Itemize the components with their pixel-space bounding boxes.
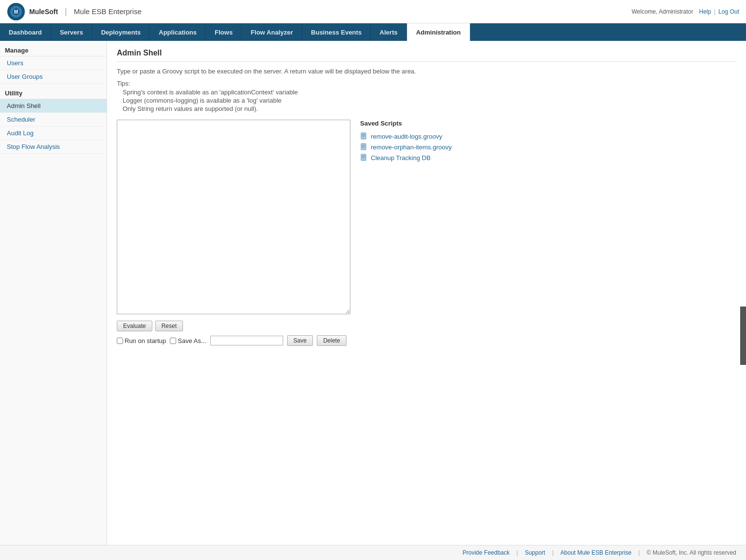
svg-rect-5 xyxy=(362,134,365,135)
logo-divider: | xyxy=(65,6,67,17)
action-row: Evaluate Reset xyxy=(117,321,736,331)
separator2: | xyxy=(714,8,715,15)
saved-scripts-title: Saved Scripts xyxy=(360,120,736,127)
footer-sep1: | xyxy=(516,549,518,556)
save-button[interactable]: Save xyxy=(287,335,313,346)
sidebar-item-scheduler[interactable]: Scheduler xyxy=(0,113,107,126)
mulesoft-logo: M xyxy=(7,2,25,21)
main-layout: Manage Users User Groups Utility Admin S… xyxy=(0,41,746,545)
script-file-icon-2 xyxy=(360,143,368,151)
copyright-text: © MuleSoft, Inc. All rights reserved xyxy=(647,549,736,556)
nav-servers[interactable]: Servers xyxy=(51,23,92,41)
welcome-text: Welcome, Administrator xyxy=(632,8,693,15)
sidebar-item-user-groups[interactable]: User Groups xyxy=(0,70,107,84)
content-area: Admin Shell Type or paste a Groovy scrip… xyxy=(107,41,746,545)
nav-business-events[interactable]: Business Events xyxy=(302,23,371,41)
svg-rect-8 xyxy=(361,144,366,150)
run-on-startup-label[interactable]: Run on startup xyxy=(117,337,166,344)
script-editor xyxy=(117,120,350,316)
nav-flows[interactable]: Flows xyxy=(206,23,242,41)
svg-text:M: M xyxy=(14,9,18,15)
tip-3: Only String return values are supported … xyxy=(123,105,736,113)
sidebar: Manage Users User Groups Utility Admin S… xyxy=(0,41,107,545)
support-link[interactable]: Support xyxy=(525,549,545,556)
page-title: Admin Shell xyxy=(117,49,736,62)
sidebar-utility-header: Utility xyxy=(0,86,107,99)
nav-deployments[interactable]: Deployments xyxy=(92,23,150,41)
saved-scripts-panel: Saved Scripts remove-audit-logs.groovy r… xyxy=(360,120,736,316)
nav-flow-analyzer[interactable]: Flow Analyzer xyxy=(242,23,302,41)
svg-rect-12 xyxy=(361,154,366,161)
nav-dashboard[interactable]: Dashboard xyxy=(0,23,51,41)
nav-administration[interactable]: Administration xyxy=(407,23,470,41)
save-as-label[interactable]: Save As... xyxy=(170,337,206,344)
tip-2: Logger (commons-logging) is available as… xyxy=(123,96,736,105)
footer: Provide Feedback | Support | About Mule … xyxy=(0,545,746,560)
script-label-3: Cleanup Tracking DB xyxy=(371,154,431,162)
nav-bar: Dashboard Servers Deployments Applicatio… xyxy=(0,23,746,41)
top-bar: M MuleSoft | Mule ESB Enterprise Welcome… xyxy=(0,0,746,23)
svg-rect-7 xyxy=(362,136,364,137)
sidebar-item-audit-log[interactable]: Audit Log xyxy=(0,126,107,140)
reset-button[interactable]: Reset xyxy=(155,321,183,331)
svg-rect-11 xyxy=(362,147,364,147)
save-as-input[interactable] xyxy=(210,336,283,345)
options-row: Run on startup Save As... Save Delete xyxy=(117,335,736,346)
sidebar-item-stop-flow-analysis[interactable]: Stop Flow Analysis xyxy=(0,140,107,154)
logout-link[interactable]: Log Out xyxy=(718,8,739,15)
provide-feedback-link[interactable]: Provide Feedback xyxy=(463,549,510,556)
script-label-1: remove-audit-logs.groovy xyxy=(371,133,442,140)
run-on-startup-text: Run on startup xyxy=(125,337,166,344)
svg-rect-4 xyxy=(361,133,366,139)
sidebar-item-users[interactable]: Users xyxy=(0,56,107,70)
script-textarea[interactable] xyxy=(117,120,350,314)
saved-script-remove-audit-logs[interactable]: remove-audit-logs.groovy xyxy=(360,131,736,142)
svg-rect-14 xyxy=(362,157,365,157)
intro-text: Type or paste a Groovy script to be exec… xyxy=(117,68,736,75)
tips-label: Tips: xyxy=(117,80,130,87)
svg-rect-9 xyxy=(362,145,365,145)
product-name: Mule ESB Enterprise xyxy=(74,7,142,16)
top-right: Welcome, Administrator Help | Log Out xyxy=(632,8,739,15)
script-file-icon xyxy=(360,132,368,140)
tips-list: Spring's context is available as an 'app… xyxy=(117,88,736,113)
saved-script-remove-orphan-items[interactable]: remove-orphan-items.groovy xyxy=(360,142,736,152)
delete-button[interactable]: Delete xyxy=(317,335,346,346)
tips-section: Tips: Spring's context is available as a… xyxy=(117,80,736,113)
script-file-icon-3 xyxy=(360,154,368,162)
about-link[interactable]: About Mule ESB Enterprise xyxy=(561,549,632,556)
run-on-startup-checkbox[interactable] xyxy=(117,338,123,344)
svg-rect-15 xyxy=(362,158,364,158)
svg-rect-13 xyxy=(362,156,365,156)
sidebar-item-admin-shell[interactable]: Admin Shell xyxy=(0,99,107,113)
svg-rect-10 xyxy=(362,146,365,146)
scrollbar[interactable] xyxy=(740,307,746,365)
save-as-checkbox[interactable] xyxy=(170,338,176,344)
logo-area: M MuleSoft | Mule ESB Enterprise xyxy=(7,2,142,21)
brand-name: MuleSoft xyxy=(29,8,58,16)
save-as-text: Save As... xyxy=(178,337,206,344)
saved-script-cleanup-tracking-db[interactable]: Cleanup Tracking DB xyxy=(360,152,736,163)
nav-alerts[interactable]: Alerts xyxy=(371,23,407,41)
sidebar-manage-header: Manage xyxy=(0,43,107,56)
script-label-2: remove-orphan-items.groovy xyxy=(371,144,452,151)
help-link[interactable]: Help xyxy=(699,8,711,15)
nav-applications[interactable]: Applications xyxy=(150,23,206,41)
evaluate-button[interactable]: Evaluate xyxy=(117,321,152,331)
footer-sep3: | xyxy=(638,549,640,556)
footer-sep2: | xyxy=(552,549,553,556)
tip-1: Spring's context is available as an 'app… xyxy=(123,88,736,96)
script-area: Saved Scripts remove-audit-logs.groovy r… xyxy=(117,120,736,316)
svg-rect-6 xyxy=(362,135,365,136)
